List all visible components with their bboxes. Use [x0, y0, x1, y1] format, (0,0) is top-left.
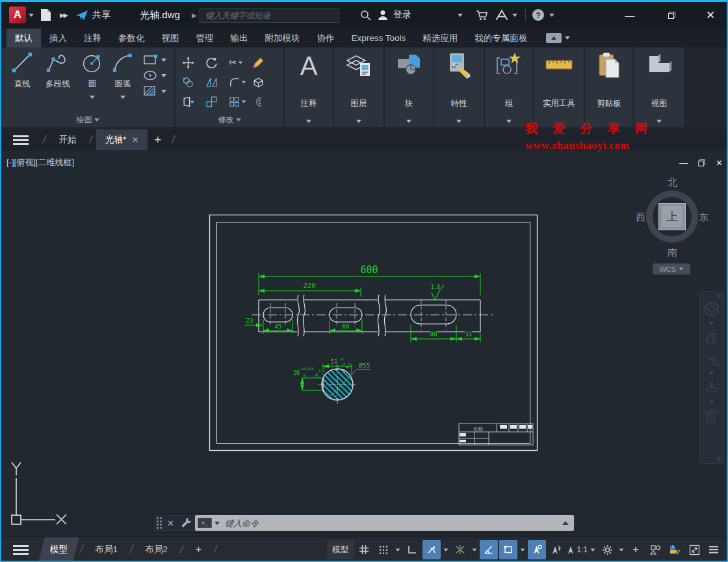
close-button[interactable]: ✕ [696, 2, 725, 28]
viewcube-east[interactable]: 东 [699, 211, 708, 224]
hatch-tool[interactable] [143, 85, 166, 97]
ribbon-tab-parametric[interactable]: 参数化 [110, 29, 153, 47]
osnap-tracking-dropdown-caret[interactable] [471, 540, 478, 559]
clipboard-panel[interactable]: 剪贴板 [585, 47, 633, 127]
app-menu-button[interactable]: A [9, 7, 26, 23]
annotation-scale-button[interactable]: 1:1 [567, 540, 588, 559]
polar-tracking-button[interactable] [422, 540, 441, 559]
trim-tool[interactable]: ✂ [229, 57, 252, 68]
viewport-controls-label[interactable]: [-][俯视][二维线框] [6, 157, 74, 168]
graphics-performance-button[interactable] [666, 540, 684, 559]
line-tool[interactable]: 直线 [5, 50, 39, 90]
wcs-menu-button[interactable]: WCS [653, 263, 690, 274]
utilities-panel[interactable]: 实用工具 [534, 47, 584, 127]
hatch-dropdown-caret[interactable] [161, 90, 166, 93]
properties-dropdown-caret[interactable] [456, 120, 462, 123]
maximize-button[interactable] [656, 2, 686, 28]
stretch-tool[interactable] [182, 96, 205, 108]
command-history-caret[interactable] [214, 522, 220, 525]
offset-tool[interactable] [252, 96, 276, 108]
help-button[interactable]: ? [532, 2, 554, 28]
polar-dropdown-caret[interactable] [442, 540, 450, 559]
layout-menu-button[interactable] [13, 545, 29, 555]
object-snap-dropdown-caret[interactable] [519, 540, 526, 559]
layers-panel[interactable]: 图层 [334, 47, 384, 127]
autodesk-account-button[interactable] [495, 2, 517, 28]
command-prompt-icon[interactable]: >_ [198, 518, 212, 528]
store-button[interactable] [476, 2, 488, 28]
command-input[interactable] [220, 518, 562, 528]
layers-dropdown-caret[interactable] [356, 120, 361, 123]
viewcube-south[interactable]: 南 [668, 247, 677, 259]
trim-dropdown-caret[interactable] [239, 61, 242, 64]
cad-drawing[interactable]: 600 220 23 45 60 80 31 1.6 [207, 210, 540, 452]
ellipse-dropdown-caret[interactable] [161, 74, 166, 77]
pan-hand-icon[interactable] [703, 329, 720, 346]
annotate-dropdown-caret[interactable] [306, 120, 311, 123]
fillet-dropdown-caret[interactable] [242, 81, 246, 83]
command-bar-grip[interactable] [157, 517, 162, 529]
block-dropdown-caret[interactable] [406, 120, 411, 123]
ribbon-tab-featured-apps[interactable]: 精选应用 [414, 29, 466, 47]
viewport-minimize-icon[interactable]: — [679, 158, 688, 168]
scale-dropdown-caret[interactable] [589, 540, 597, 559]
viewcube-top-face[interactable]: 上 [658, 203, 686, 230]
zoom-extents-icon[interactable] [703, 351, 720, 368]
circle-tool[interactable]: 圆 [78, 50, 107, 101]
ribbon-tab-view[interactable]: 视图 [153, 29, 188, 47]
navbar-orbit-caret[interactable] [710, 401, 714, 403]
erase-tool[interactable] [252, 57, 276, 69]
navigation-bar[interactable]: ✕ [699, 291, 724, 464]
command-bar[interactable]: ✕ >_ [152, 513, 577, 533]
ribbon-tab-manage[interactable]: 管理 [188, 29, 222, 47]
ribbon-tab-annotate[interactable]: 注释 [75, 29, 110, 47]
snap-dropdown-caret[interactable] [394, 540, 402, 559]
viewcube-west[interactable]: 西 [636, 211, 645, 224]
viewcube[interactable]: 北 西 东 南 上 WCS [630, 176, 714, 274]
object-snap-button[interactable] [499, 540, 517, 559]
grid-display-button[interactable] [355, 540, 373, 559]
group-dropdown-caret[interactable] [506, 120, 512, 123]
annotation-visibility-button[interactable] [528, 540, 546, 559]
signin-caret-icon[interactable] [458, 14, 463, 17]
file-tab-close-icon[interactable]: ✕ [132, 135, 138, 144]
ribbon-tab-express-tools[interactable]: Express Tools [343, 29, 415, 47]
new-drawing-tab-button[interactable]: + [148, 133, 168, 147]
modify-panel-label[interactable]: 修改 [176, 114, 283, 126]
customization-button[interactable] [705, 540, 723, 559]
move-tool[interactable] [182, 57, 205, 69]
circle-dropdown-caret[interactable] [90, 96, 95, 99]
file-tabs-menu-button[interactable] [13, 135, 29, 145]
file-tab-start[interactable]: 开始 [49, 129, 85, 150]
ribbon-tab-home[interactable]: 默认 [6, 29, 41, 47]
new-file-button[interactable] [40, 2, 51, 28]
signin-button[interactable]: 登录 [377, 2, 411, 28]
array-dropdown-caret[interactable] [242, 100, 246, 103]
drawing-canvas[interactable]: [-][俯视][二维线框] — ✕ 北 西 东 南 上 WCS ✕ [1, 150, 728, 537]
polyline-tool[interactable]: 多段线 [39, 50, 77, 90]
object-snap-tracking-button[interactable] [451, 540, 469, 559]
mirror-tool[interactable] [205, 76, 229, 88]
ribbon-tab-custom-panel[interactable]: 我的专属面板 [466, 29, 536, 47]
navbar-zoom-caret[interactable] [710, 372, 714, 375]
arc-dropdown-caret[interactable] [120, 96, 125, 99]
annotation-autoscale-button[interactable] [547, 540, 566, 559]
ortho-button[interactable] [403, 540, 421, 559]
isodraft-button[interactable] [480, 540, 498, 559]
ribbon-tab-output[interactable]: 输出 [222, 29, 257, 47]
search-input[interactable] [200, 11, 339, 20]
workspace-dropdown-caret[interactable] [618, 540, 625, 559]
app-menu-caret-icon[interactable] [29, 14, 34, 17]
array-tool[interactable] [229, 96, 252, 107]
ellipse-tool[interactable] [143, 70, 166, 81]
workspace-button[interactable] [598, 540, 616, 559]
ribbon-tab-addins[interactable]: 附加模块 [257, 29, 309, 47]
navbar-close-icon[interactable]: ✕ [716, 293, 721, 299]
viewport-close-icon[interactable]: ✕ [716, 158, 723, 168]
rectangle-tool[interactable] [143, 54, 166, 66]
rotate-tool[interactable] [205, 57, 229, 69]
block-panel[interactable]: 块 [385, 47, 433, 127]
steering-wheel-icon[interactable] [703, 301, 720, 317]
model-space-button[interactable]: 模型 [327, 540, 354, 559]
clean-screen-button[interactable] [685, 540, 703, 559]
